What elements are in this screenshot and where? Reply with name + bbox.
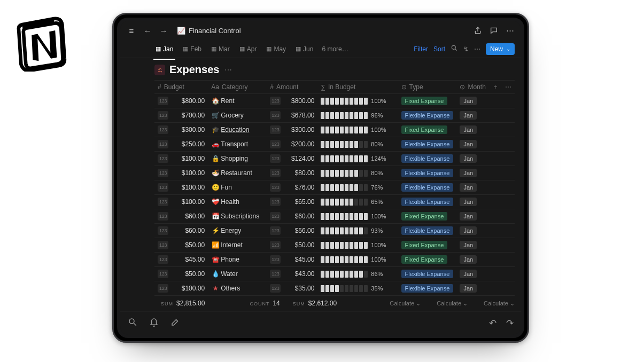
redo-icon[interactable]: ↷: [506, 318, 514, 329]
month-tag[interactable]: Jan: [460, 154, 477, 163]
type-tag[interactable]: Flexible Expanse: [401, 284, 454, 293]
type-tag[interactable]: Flexible Expanse: [401, 140, 454, 148]
menu-icon[interactable]: ≡: [127, 26, 136, 35]
amount-value: $300.00: [291, 126, 314, 133]
category-name: Water: [221, 270, 238, 278]
col-amount[interactable]: #Amount: [267, 81, 317, 94]
calculate-inbudget[interactable]: Calculate ⌄: [390, 300, 421, 307]
table-row[interactable]: 123$50.00💧Water123$43.0086%Flexible Expa…: [154, 267, 515, 281]
table-row[interactable]: 123$800.00🏠Rent123$800.00100%Fixed Expan…: [154, 94, 515, 108]
view-tab-may[interactable]: ▦May: [263, 43, 289, 55]
column-options-icon[interactable]: ⋯: [502, 81, 515, 94]
category-name: Education: [221, 126, 249, 133]
notion-app-screen: ≡ ← → 📈 Financial Control ⋯ ▦Jan▦Feb▦Mar…: [120, 21, 521, 335]
breadcrumb[interactable]: 📈 Financial Control: [177, 27, 241, 35]
undo-icon[interactable]: ↶: [489, 318, 496, 329]
type-tag[interactable]: Fixed Expanse: [401, 212, 448, 221]
chevron-down-icon: ⌄: [506, 46, 510, 52]
compose-icon[interactable]: [170, 317, 180, 329]
page-title-breadcrumb: Financial Control: [189, 27, 241, 35]
month-tag[interactable]: Jan: [460, 169, 477, 177]
month-tag[interactable]: Jan: [460, 97, 477, 105]
notifications-icon[interactable]: [149, 317, 159, 329]
more-icon[interactable]: ⋯: [505, 26, 515, 35]
category-name: Energy: [221, 227, 241, 234]
table-row[interactable]: 123$250.00🚗Transport123$200.0080%Flexibl…: [154, 137, 515, 152]
month-tag[interactable]: Jan: [460, 140, 477, 148]
type-tag[interactable]: Fixed Expanse: [401, 97, 448, 105]
sort-button[interactable]: Sort: [433, 45, 445, 53]
share-icon[interactable]: [473, 26, 483, 35]
category-name: Phone: [221, 256, 239, 263]
add-column-button[interactable]: +: [489, 81, 502, 94]
type-tag[interactable]: Flexible Expanse: [401, 270, 454, 278]
type-tag[interactable]: Fixed Expanse: [401, 241, 448, 249]
number-icon: 123: [158, 169, 168, 177]
col-budget[interactable]: #Budget: [154, 81, 208, 94]
month-tag[interactable]: Jan: [460, 125, 477, 134]
type-tag[interactable]: Flexible Expanse: [401, 226, 454, 235]
month-tag[interactable]: Jan: [460, 270, 477, 278]
table-row[interactable]: 123$100.00🔒Shopping123$124.00124%Flexibl…: [154, 152, 515, 166]
comments-icon[interactable]: [489, 26, 499, 35]
calculate-month[interactable]: Calculate ⌄: [484, 300, 515, 307]
progress-pct: 100%: [371, 256, 386, 263]
amount-value: $65.00: [295, 198, 315, 206]
month-tag[interactable]: Jan: [460, 241, 477, 249]
progress-bar: [321, 242, 368, 249]
search-icon[interactable]: [128, 317, 137, 329]
type-tag[interactable]: Flexible Expanse: [401, 154, 454, 163]
table-row[interactable]: 123$60.00⚡Energy123$56.0093%Flexible Exp…: [154, 224, 515, 238]
type-tag[interactable]: Flexible Expanse: [401, 183, 454, 192]
month-tag[interactable]: Jan: [460, 111, 477, 120]
search-icon[interactable]: [451, 44, 458, 53]
type-tag[interactable]: Fixed Expanse: [401, 255, 448, 264]
col-inbudget[interactable]: ∑In Budget: [317, 81, 398, 94]
category-name: Subscriptions: [221, 213, 259, 220]
view-tab-jan[interactable]: ▦Jan: [152, 43, 176, 55]
col-category[interactable]: AaCategory: [208, 81, 267, 94]
calculate-type[interactable]: Calculate ⌄: [437, 300, 468, 307]
view-tab-jun[interactable]: ▦Jun: [292, 43, 316, 55]
table-row[interactable]: 123$300.00🎓Education123$300.00100%Fixed …: [154, 123, 515, 137]
number-icon: 123: [270, 169, 281, 177]
table-row[interactable]: 123$100.00★Others123$35.0035%Flexible Ex…: [154, 281, 515, 296]
type-tag[interactable]: Fixed Expanse: [401, 125, 448, 134]
type-tag[interactable]: Flexible Expanse: [401, 169, 454, 177]
view-tab-apr[interactable]: ▦Apr: [236, 43, 260, 55]
table-row[interactable]: 123$60.00📅Subscriptions123$60.00100%Fixe…: [154, 209, 515, 224]
table-row[interactable]: 123$50.00📶Internet123$50.00100%Fixed Exp…: [154, 238, 515, 253]
month-tag[interactable]: Jan: [460, 212, 477, 221]
table-row[interactable]: 123$100.00🍜Restaurant123$80.0080%Flexibl…: [154, 166, 515, 180]
back-icon[interactable]: ←: [143, 26, 152, 35]
view-tab-mar[interactable]: ▦Mar: [208, 43, 233, 55]
month-tag[interactable]: Jan: [460, 226, 477, 235]
page-options-icon[interactable]: ⋯: [224, 66, 232, 74]
view-tab-feb[interactable]: ▦Feb: [180, 43, 205, 55]
col-type[interactable]: ⊙Type: [398, 81, 457, 94]
month-tag[interactable]: Jan: [460, 183, 477, 192]
type-tag[interactable]: Flexible Expanse: [401, 198, 454, 206]
month-tag[interactable]: Jan: [460, 198, 477, 206]
automation-icon[interactable]: ↯: [463, 45, 469, 53]
table-row[interactable]: 123$100.00❤️‍🩹Health123$65.0065%Flexible…: [154, 195, 515, 209]
type-tag[interactable]: Flexible Expanse: [401, 111, 454, 120]
progress-pct: 100%: [371, 242, 386, 248]
category-name: Grocery: [221, 112, 244, 119]
new-button[interactable]: New ⌄: [486, 43, 515, 55]
col-month[interactable]: ⊙Month: [456, 81, 488, 94]
table-row[interactable]: 123$700.00🛒Grocery123$678.0096%Flexible …: [154, 108, 515, 123]
month-tag[interactable]: Jan: [460, 255, 477, 264]
table-row[interactable]: 123$45.00☎️Phone123$45.00100%Fixed Expan…: [154, 253, 515, 267]
budget-value: $100.00: [182, 169, 205, 177]
view-options-icon[interactable]: ⋯: [474, 45, 480, 53]
month-tag[interactable]: Jan: [460, 284, 477, 293]
amount-value: $124.00: [291, 155, 314, 162]
filter-button[interactable]: Filter: [414, 45, 428, 53]
forward-icon[interactable]: →: [159, 26, 168, 35]
more-views-button[interactable]: 6 more…: [322, 45, 348, 53]
page-title[interactable]: Expenses: [169, 64, 219, 76]
category-icon: ❤️‍🩹: [211, 198, 220, 206]
table-row[interactable]: 123$100.00🙂Fun123$76.0076%Flexible Expan…: [154, 180, 515, 195]
amount-value: $678.00: [291, 112, 314, 119]
